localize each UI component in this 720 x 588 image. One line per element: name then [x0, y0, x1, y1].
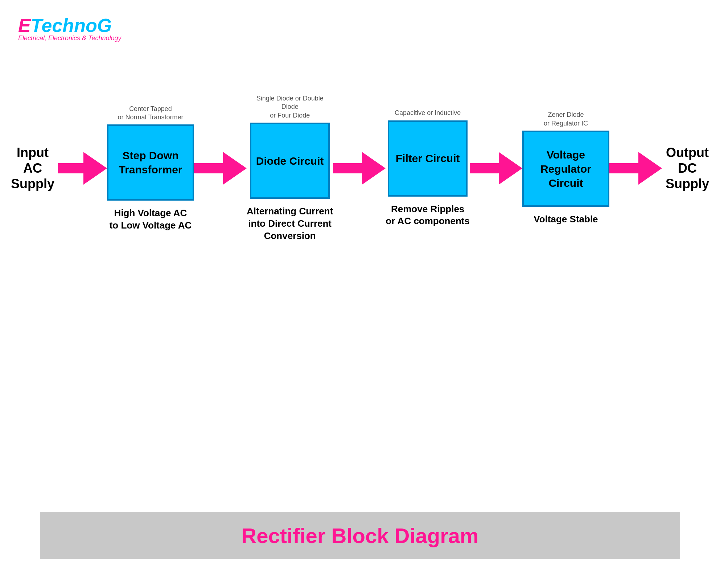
- filter-box: Filter Circuit: [388, 120, 468, 197]
- arrow-3-shaft: [470, 163, 499, 173]
- regulator-box: VoltageRegulatorCircuit: [522, 131, 609, 207]
- arrow-1-head: [223, 152, 247, 185]
- output-line3: Supply: [666, 176, 709, 192]
- step-down-subtitle-top-line1: Center Tappedor Normal Transformer: [118, 105, 183, 121]
- arrow-2: [333, 152, 386, 185]
- output-arrow-shaft: [609, 163, 638, 173]
- step-down-block-wrapper: Center Tappedor Normal Transformer Step …: [107, 105, 194, 232]
- arrow-head: [83, 152, 107, 185]
- regulator-subtitle-top: Zener Diodeor Regulator IC: [544, 111, 588, 128]
- arrow-3: [470, 152, 522, 185]
- filter-subtitle-top-text: Capacitive or Inductive: [395, 109, 461, 116]
- logo-e: E: [18, 15, 31, 36]
- input-label: Input AC Supply: [11, 145, 54, 192]
- banner-title: Rectifier Block Diagram: [241, 523, 478, 548]
- output-arrow: [609, 152, 662, 185]
- regulator-block-wrapper: Zener Diodeor Regulator IC VoltageRegula…: [522, 111, 609, 226]
- diode-label: Diode Circuit: [256, 154, 324, 168]
- arrow-shaft: [58, 163, 83, 173]
- bottom-banner: Rectifier Block Diagram: [40, 512, 680, 559]
- arrow-1-shaft: [194, 163, 223, 173]
- input-line2: AC: [23, 160, 42, 176]
- step-down-label: Step DownTransformer: [119, 148, 182, 177]
- diode-box: Diode Circuit: [250, 123, 330, 199]
- step-down-subtitle-top: Center Tappedor Normal Transformer: [118, 105, 183, 122]
- input-arrow: [58, 152, 107, 185]
- logo: ETechnoG Electrical, Electronics & Techn…: [18, 15, 121, 42]
- input-line1: Input: [17, 145, 49, 160]
- logo-subtitle: Electrical, Electronics & Technology: [18, 34, 121, 42]
- regulator-subtitle-top-text: Zener Diodeor Regulator IC: [544, 111, 588, 127]
- filter-subtitle-bottom: Remove Ripplesor AC components: [386, 203, 470, 228]
- arrow-3-head: [499, 152, 522, 185]
- arrow-2-head: [362, 152, 386, 185]
- filter-label: Filter Circuit: [396, 151, 460, 165]
- filter-subtitle-top: Capacitive or Inductive: [395, 109, 461, 117]
- diode-subtitle-top-text: Single Diode or Double Diodeor Four Diod…: [256, 95, 324, 119]
- output-arrow-head: [638, 152, 662, 185]
- diode-block-wrapper: Single Diode or Double Diodeor Four Diod…: [247, 94, 333, 242]
- step-down-subtitle-bottom: High Voltage ACto Low Voltage AC: [110, 207, 192, 232]
- regulator-label: VoltageRegulatorCircuit: [540, 148, 591, 190]
- diode-subtitle-top: Single Diode or Double Diodeor Four Diod…: [250, 94, 330, 120]
- output-line2: DC: [678, 160, 697, 176]
- step-down-box: Step DownTransformer: [107, 124, 194, 201]
- diagram-area: Input AC Supply Center Tappedor Normal T…: [0, 94, 720, 242]
- arrow-2-shaft: [333, 163, 362, 173]
- output-line1: Output: [666, 145, 709, 160]
- logo-technog: TechnoG: [31, 15, 112, 36]
- filter-block-wrapper: Capacitive or Inductive Filter Circuit R…: [386, 109, 470, 227]
- arrow-1: [194, 152, 247, 185]
- diode-subtitle-bottom: Alternating Currentinto Direct CurrentCo…: [247, 205, 333, 242]
- output-label: Output DC Supply: [666, 145, 709, 192]
- input-line3: Supply: [11, 176, 54, 192]
- regulator-subtitle-bottom: Voltage Stable: [534, 213, 598, 226]
